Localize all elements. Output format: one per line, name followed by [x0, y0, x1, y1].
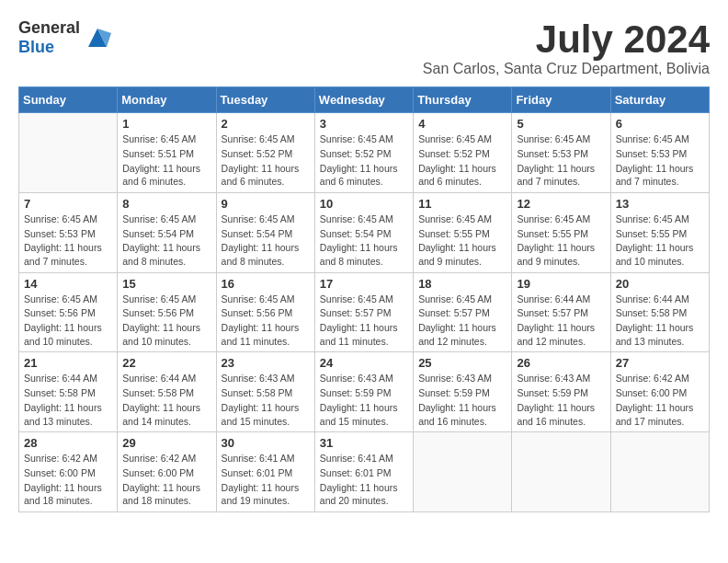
sunrise-line: Sunrise: 6:45 AM: [616, 213, 704, 226]
day-info: Sunrise: 6:44 AMSunset: 5:57 PMDaylight:…: [517, 293, 605, 349]
sunset-line: Sunset: 5:57 PM: [418, 306, 506, 320]
day-info: Sunrise: 6:42 AMSunset: 6:00 PMDaylight:…: [122, 452, 210, 508]
day-info: Sunrise: 6:44 AMSunset: 5:58 PMDaylight:…: [616, 293, 704, 349]
sunset-line: Sunset: 6:01 PM: [320, 466, 408, 480]
sunrise-line: Sunrise: 6:43 AM: [320, 372, 408, 385]
day-number: 8: [122, 197, 210, 211]
daylight-line: Daylight: 11 hours and 6 minutes.: [122, 162, 210, 189]
sunset-line: Sunset: 5:56 PM: [24, 306, 112, 320]
daylight-line: Daylight: 11 hours and 17 minutes.: [616, 401, 704, 428]
calendar-cell: 25Sunrise: 6:43 AMSunset: 5:59 PMDayligh…: [414, 352, 512, 432]
sunset-line: Sunset: 5:59 PM: [320, 386, 408, 400]
sunrise-line: Sunrise: 6:44 AM: [517, 293, 605, 306]
calendar-cell: 1Sunrise: 6:45 AMSunset: 5:51 PMDaylight…: [118, 113, 216, 193]
day-info: Sunrise: 6:45 AMSunset: 5:56 PMDaylight:…: [222, 293, 310, 349]
day-number: 25: [418, 356, 506, 370]
day-info: Sunrise: 6:45 AMSunset: 5:56 PMDaylight:…: [24, 293, 112, 349]
calendar-cell: 24Sunrise: 6:43 AMSunset: 5:59 PMDayligh…: [314, 352, 413, 432]
day-number: 10: [320, 197, 408, 211]
day-number: 11: [418, 197, 506, 211]
daylight-line: Daylight: 11 hours and 10 minutes.: [616, 241, 704, 268]
sunset-line: Sunset: 6:01 PM: [222, 466, 310, 480]
sunset-line: Sunset: 5:55 PM: [517, 227, 605, 241]
week-row-5: 28Sunrise: 6:42 AMSunset: 6:00 PMDayligh…: [19, 432, 710, 512]
sunrise-line: Sunrise: 6:45 AM: [418, 132, 506, 146]
day-number: 14: [24, 277, 112, 291]
calendar-cell: 7Sunrise: 6:45 AMSunset: 5:53 PMDaylight…: [19, 192, 118, 272]
day-info: Sunrise: 6:42 AMSunset: 6:00 PMDaylight:…: [24, 452, 112, 508]
week-row-1: 1Sunrise: 6:45 AMSunset: 5:51 PMDaylight…: [19, 113, 710, 193]
daylight-line: Daylight: 11 hours and 11 minutes.: [222, 321, 310, 348]
day-number: 16: [222, 277, 310, 291]
daylight-line: Daylight: 11 hours and 9 minutes.: [418, 241, 506, 268]
calendar-cell: 18Sunrise: 6:45 AMSunset: 5:57 PMDayligh…: [414, 272, 512, 352]
daylight-line: Daylight: 11 hours and 12 minutes.: [418, 321, 506, 348]
weekday-header-saturday: Saturday: [610, 87, 709, 113]
daylight-line: Daylight: 11 hours and 15 minutes.: [222, 401, 310, 428]
sunrise-line: Sunrise: 6:45 AM: [517, 132, 605, 146]
daylight-line: Daylight: 11 hours and 18 minutes.: [24, 481, 112, 508]
calendar-cell: 14Sunrise: 6:45 AMSunset: 5:56 PMDayligh…: [19, 272, 118, 352]
day-number: 19: [517, 277, 605, 291]
calendar-cell: 23Sunrise: 6:43 AMSunset: 5:58 PMDayligh…: [216, 352, 314, 432]
day-info: Sunrise: 6:45 AMSunset: 5:55 PMDaylight:…: [616, 213, 704, 269]
calendar-cell: 4Sunrise: 6:45 AMSunset: 5:52 PMDaylight…: [414, 113, 512, 193]
day-number: 29: [122, 436, 210, 450]
logo-blue: Blue: [18, 38, 54, 56]
day-info: Sunrise: 6:45 AMSunset: 5:57 PMDaylight:…: [418, 293, 506, 349]
sunset-line: Sunset: 5:53 PM: [616, 147, 704, 161]
day-info: Sunrise: 6:45 AMSunset: 5:53 PMDaylight:…: [24, 213, 112, 269]
sunset-line: Sunset: 5:53 PM: [24, 227, 112, 241]
sunset-line: Sunset: 5:55 PM: [616, 227, 704, 241]
day-info: Sunrise: 6:43 AMSunset: 5:59 PMDaylight:…: [320, 372, 408, 428]
daylight-line: Daylight: 11 hours and 16 minutes.: [418, 401, 506, 428]
daylight-line: Daylight: 11 hours and 15 minutes.: [320, 401, 408, 428]
sunrise-line: Sunrise: 6:42 AM: [24, 452, 112, 465]
calendar-cell: 28Sunrise: 6:42 AMSunset: 6:00 PMDayligh…: [19, 432, 118, 512]
calendar-cell: 2Sunrise: 6:45 AMSunset: 5:52 PMDaylight…: [216, 113, 314, 193]
location-title: San Carlos, Santa Cruz Department, Boliv…: [423, 61, 710, 77]
day-info: Sunrise: 6:45 AMSunset: 5:52 PMDaylight:…: [222, 132, 310, 189]
day-info: Sunrise: 6:45 AMSunset: 5:53 PMDaylight:…: [517, 132, 605, 189]
day-number: 31: [320, 436, 408, 450]
daylight-line: Daylight: 11 hours and 6 minutes.: [320, 162, 408, 189]
sunrise-line: Sunrise: 6:45 AM: [222, 132, 310, 146]
sunrise-line: Sunrise: 6:45 AM: [418, 293, 506, 306]
sunset-line: Sunset: 5:53 PM: [517, 147, 605, 161]
day-number: 2: [222, 117, 310, 131]
sunrise-line: Sunrise: 6:45 AM: [122, 132, 210, 146]
logo-general: General: [18, 18, 80, 37]
sunrise-line: Sunrise: 6:45 AM: [320, 293, 408, 306]
daylight-line: Daylight: 11 hours and 10 minutes.: [122, 321, 210, 348]
sunset-line: Sunset: 6:00 PM: [122, 466, 210, 480]
weekday-header-row: SundayMondayTuesdayWednesdayThursdayFrid…: [19, 87, 710, 113]
sunrise-line: Sunrise: 6:44 AM: [616, 293, 704, 306]
calendar-table: SundayMondayTuesdayWednesdayThursdayFrid…: [18, 86, 710, 512]
day-info: Sunrise: 6:45 AMSunset: 5:57 PMDaylight:…: [320, 293, 408, 349]
logo: General Blue: [18, 18, 111, 57]
weekday-header-tuesday: Tuesday: [216, 87, 314, 113]
daylight-line: Daylight: 11 hours and 7 minutes.: [517, 162, 605, 189]
weekday-header-monday: Monday: [118, 87, 216, 113]
calendar-cell: 3Sunrise: 6:45 AMSunset: 5:52 PMDaylight…: [314, 113, 413, 193]
daylight-line: Daylight: 11 hours and 14 minutes.: [122, 401, 210, 428]
calendar-cell: 30Sunrise: 6:41 AMSunset: 6:01 PMDayligh…: [216, 432, 314, 512]
day-info: Sunrise: 6:45 AMSunset: 5:54 PMDaylight:…: [222, 213, 310, 269]
calendar-cell: 12Sunrise: 6:45 AMSunset: 5:55 PMDayligh…: [512, 192, 610, 272]
calendar-cell: [414, 432, 512, 512]
calendar-cell: 17Sunrise: 6:45 AMSunset: 5:57 PMDayligh…: [314, 272, 413, 352]
sunrise-line: Sunrise: 6:42 AM: [616, 372, 704, 385]
day-info: Sunrise: 6:45 AMSunset: 5:52 PMDaylight:…: [418, 132, 506, 189]
day-number: 18: [418, 277, 506, 291]
day-info: Sunrise: 6:43 AMSunset: 5:58 PMDaylight:…: [222, 372, 310, 428]
sunrise-line: Sunrise: 6:43 AM: [222, 372, 310, 385]
day-number: 20: [616, 277, 704, 291]
page-header: General Blue July 2024 San Carlos, Santa…: [18, 18, 710, 77]
daylight-line: Daylight: 11 hours and 11 minutes.: [320, 321, 408, 348]
sunrise-line: Sunrise: 6:45 AM: [24, 213, 112, 226]
day-number: 28: [24, 436, 112, 450]
sunset-line: Sunset: 5:58 PM: [222, 386, 310, 400]
day-number: 22: [122, 356, 210, 370]
sunset-line: Sunset: 5:54 PM: [222, 227, 310, 241]
week-row-4: 21Sunrise: 6:44 AMSunset: 5:58 PMDayligh…: [19, 352, 710, 432]
